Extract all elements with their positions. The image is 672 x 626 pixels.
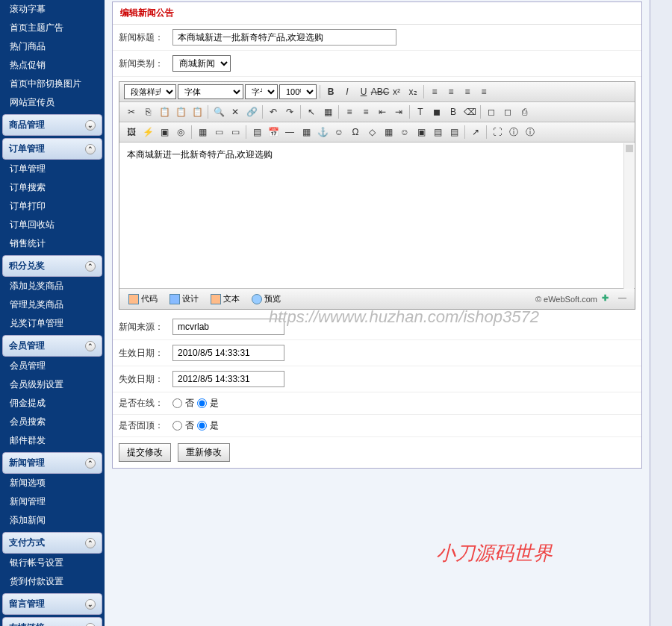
sidebar-item[interactable]: 网站宣传员	[2, 93, 102, 112]
news-category-select[interactable]: 商城新闻	[172, 55, 231, 72]
pinned-no-radio[interactable]	[172, 421, 182, 431]
font-select[interactable]: 字体	[178, 84, 243, 99]
sidebar-item[interactable]: 添加新闻	[2, 511, 102, 530]
mode-text[interactable]: 文本	[206, 292, 244, 306]
subscript-icon[interactable]: x₂	[405, 84, 420, 99]
sidebar-item[interactable]: 热点促销	[2, 56, 102, 75]
sidebar-item[interactable]: 添加兑奖商品	[2, 277, 102, 295]
pinned-yes-radio[interactable]	[197, 421, 207, 431]
art-icon[interactable]: ▣	[414, 125, 429, 140]
delete-icon[interactable]: ✕	[228, 104, 243, 119]
bg-color-icon[interactable]: ◼	[429, 104, 444, 119]
image-icon[interactable]: 🖼	[124, 125, 139, 140]
window-icon[interactable]: ◻	[484, 104, 499, 119]
media-icon[interactable]: ▣	[157, 125, 172, 140]
about-icon[interactable]: ⓘ	[523, 125, 538, 140]
anchor-icon[interactable]: ⚓	[315, 125, 330, 140]
align-center-icon[interactable]: ≡	[444, 84, 458, 99]
flash-icon[interactable]: ⚡	[140, 125, 155, 140]
size-select[interactable]: 字号	[245, 84, 278, 99]
scrollbar[interactable]	[623, 143, 634, 289]
print-icon[interactable]: ⎙	[517, 104, 532, 119]
preview-icon[interactable]: ◻	[500, 104, 515, 119]
outdent-icon[interactable]: ⇤	[375, 104, 390, 119]
marquee-icon[interactable]: ▦	[299, 125, 314, 140]
font-color-icon[interactable]: T	[413, 104, 428, 119]
cut-icon[interactable]: ✂	[124, 104, 139, 119]
paste-word-icon[interactable]: 📋	[190, 104, 205, 119]
submit-button[interactable]: 提交修改	[119, 443, 171, 462]
section-header[interactable]: 留言管理⌄	[2, 593, 102, 615]
emote-icon[interactable]: ☺	[397, 125, 412, 140]
remove-format-icon[interactable]: ⌫	[462, 104, 477, 119]
table-icon[interactable]: ▦	[195, 125, 210, 140]
page-icon[interactable]: ▤	[249, 125, 264, 140]
section-header[interactable]: 新闻管理⌃	[2, 452, 102, 474]
sidebar-item[interactable]: 佣金提成	[2, 394, 102, 413]
unordered-list-icon[interactable]: ≡	[358, 104, 373, 119]
input-icon[interactable]: ▭	[228, 125, 243, 140]
sidebar-item[interactable]: 银行帐号设置	[2, 554, 102, 572]
online-yes-radio[interactable]	[197, 398, 207, 408]
form-icon[interactable]: ▭	[211, 125, 226, 140]
link-icon[interactable]: 🔗	[244, 104, 259, 119]
indent-icon[interactable]: ⇥	[391, 104, 406, 119]
sidebar-item[interactable]: 邮件群发	[2, 431, 102, 450]
redo-icon[interactable]: ↷	[282, 104, 297, 119]
file-icon[interactable]: ◎	[173, 125, 188, 140]
sidebar-item[interactable]: 热门商品	[2, 37, 102, 56]
editor-content-area[interactable]: 本商城新进一批新奇特产品,欢迎选购	[119, 143, 635, 288]
section-header[interactable]: 商品管理⌄	[2, 114, 102, 136]
zoom-select[interactable]: 100%	[279, 84, 317, 99]
excel-icon[interactable]: ▦	[381, 125, 396, 140]
copy-icon[interactable]: ⎘	[140, 104, 155, 119]
help-icon[interactable]: ⓘ	[506, 125, 521, 140]
select-all-icon[interactable]: ▦	[320, 104, 335, 119]
emotion-icon[interactable]: ☺	[332, 125, 346, 140]
sidebar-item[interactable]: 会员级别设置	[2, 375, 102, 394]
date-icon[interactable]: 📅	[266, 125, 281, 140]
pointer-icon[interactable]: ↖	[304, 104, 319, 119]
sidebar-item[interactable]: 首页中部切换图片	[2, 75, 102, 93]
sidebar-item[interactable]: 会员搜索	[2, 413, 102, 431]
section-header[interactable]: 积分兑奖⌃	[2, 255, 102, 277]
format-icon[interactable]: B	[446, 104, 461, 119]
sidebar-item[interactable]: 管理兑奖商品	[2, 295, 102, 314]
news-title-input[interactable]	[172, 29, 396, 46]
sidebar-item[interactable]: 销售统计	[2, 234, 102, 253]
sidebar-item[interactable]: 订单管理	[2, 160, 102, 178]
special-icon[interactable]: Ω	[348, 125, 363, 140]
section-header[interactable]: 友情链接⌄	[2, 617, 102, 626]
mode-preview[interactable]: 预览	[247, 292, 285, 306]
bold-icon[interactable]: B	[323, 84, 338, 99]
sidebar-item[interactable]: 兑奖订单管理	[2, 314, 102, 333]
paste-text-icon[interactable]: 📋	[173, 104, 188, 119]
ppt-icon[interactable]: ▤	[447, 125, 461, 140]
ordered-list-icon[interactable]: ≡	[342, 104, 357, 119]
effective-date-input[interactable]	[172, 345, 284, 361]
hr-icon[interactable]: —	[282, 125, 297, 140]
sidebar-item[interactable]: 订单打印	[2, 197, 102, 216]
export-icon[interactable]: ↗	[468, 125, 483, 140]
word-icon[interactable]: ▤	[430, 125, 445, 140]
sidebar-item[interactable]: 订单搜索	[2, 178, 102, 197]
mode-code[interactable]: 代码	[124, 292, 162, 306]
para-select[interactable]: 段落样式	[124, 84, 176, 99]
sidebar-item[interactable]: 滚动字幕	[2, 0, 102, 19]
find-icon[interactable]: 🔍	[211, 104, 226, 119]
fullscreen-icon[interactable]: ⛶	[490, 125, 505, 140]
align-justify-icon[interactable]: ≡	[476, 84, 491, 99]
section-header[interactable]: 支付方式⌃	[2, 532, 102, 554]
news-source-input[interactable]	[172, 319, 284, 335]
paste-icon[interactable]: 📋	[157, 104, 172, 119]
symbol-icon[interactable]: ◇	[364, 125, 379, 140]
minus-icon[interactable]: —	[618, 293, 630, 305]
undo-icon[interactable]: ↶	[266, 104, 281, 119]
underline-icon[interactable]: U	[356, 84, 371, 99]
section-header[interactable]: 订单管理⌃	[2, 138, 102, 160]
sidebar-item[interactable]: 会员管理	[2, 357, 102, 375]
sidebar-item[interactable]: 首页主题广告	[2, 19, 102, 37]
align-left-icon[interactable]: ≡	[427, 84, 442, 99]
reset-button[interactable]: 重新修改	[178, 443, 230, 462]
italic-icon[interactable]: I	[340, 84, 355, 99]
